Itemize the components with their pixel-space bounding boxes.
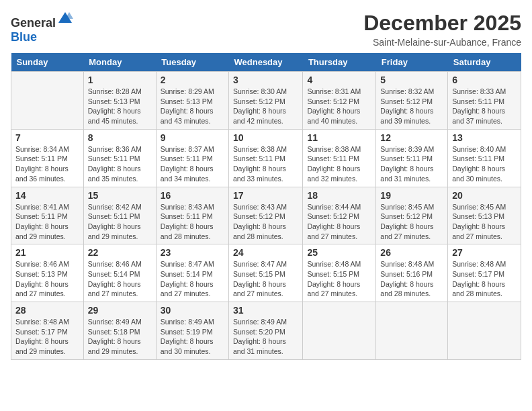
day-info: Sunrise: 8:28 AMSunset: 5:13 PMDaylight:… bbox=[88, 87, 152, 126]
calendar-week-row: 14 Sunrise: 8:41 AMSunset: 5:11 PMDaylig… bbox=[11, 187, 521, 244]
table-row: 2 Sunrise: 8:29 AMSunset: 5:13 PMDayligh… bbox=[156, 72, 228, 130]
table-row: 7 Sunrise: 8:34 AMSunset: 5:11 PMDayligh… bbox=[11, 129, 84, 187]
day-number: 5 bbox=[380, 75, 443, 85]
table-row: 30 Sunrise: 8:49 AMSunset: 5:19 PMDaylig… bbox=[156, 302, 228, 360]
col-thursday: Thursday bbox=[303, 53, 376, 72]
table-row: 19 Sunrise: 8:45 AMSunset: 5:12 PMDaylig… bbox=[376, 187, 448, 244]
table-row: 4 Sunrise: 8:31 AMSunset: 5:12 PMDayligh… bbox=[303, 72, 376, 130]
day-number: 8 bbox=[88, 132, 152, 143]
table-row: 20 Sunrise: 8:45 AMSunset: 5:13 PMDaylig… bbox=[448, 187, 521, 244]
table-row: 9 Sunrise: 8:37 AMSunset: 5:11 PMDayligh… bbox=[156, 129, 228, 187]
table-row: 10 Sunrise: 8:38 AMSunset: 5:11 PMDaylig… bbox=[229, 129, 303, 187]
col-sunday: Sunday bbox=[11, 53, 84, 72]
table-row: 29 Sunrise: 8:49 AMSunset: 5:18 PMDaylig… bbox=[83, 302, 156, 360]
day-number: 24 bbox=[233, 247, 298, 258]
calendar-header-row: Sunday Monday Tuesday Wednesday Thursday… bbox=[11, 53, 521, 72]
day-info: Sunrise: 8:47 AMSunset: 5:15 PMDaylight:… bbox=[233, 259, 298, 299]
table-row: 17 Sunrise: 8:43 AMSunset: 5:12 PMDaylig… bbox=[229, 187, 303, 244]
table-row bbox=[11, 72, 84, 130]
day-number: 17 bbox=[233, 190, 298, 201]
day-number: 26 bbox=[380, 247, 443, 258]
col-monday: Monday bbox=[83, 53, 156, 72]
table-row: 13 Sunrise: 8:40 AMSunset: 5:11 PMDaylig… bbox=[448, 129, 521, 187]
table-row bbox=[303, 302, 376, 360]
day-info: Sunrise: 8:49 AMSunset: 5:20 PMDaylight:… bbox=[233, 317, 298, 357]
table-row: 22 Sunrise: 8:46 AMSunset: 5:14 PMDaylig… bbox=[83, 244, 156, 302]
day-number: 30 bbox=[161, 305, 224, 316]
day-number: 20 bbox=[452, 190, 517, 201]
day-number: 16 bbox=[161, 190, 224, 201]
day-info: Sunrise: 8:37 AMSunset: 5:11 PMDaylight:… bbox=[161, 144, 224, 184]
day-number: 6 bbox=[452, 75, 517, 85]
page-header: General Blue December 2025 Saint-Melaine… bbox=[11, 11, 521, 48]
day-number: 4 bbox=[307, 75, 371, 85]
day-info: Sunrise: 8:48 AMSunset: 5:17 PMDaylight:… bbox=[15, 317, 79, 357]
col-saturday: Saturday bbox=[448, 53, 521, 72]
calendar-week-row: 21 Sunrise: 8:46 AMSunset: 5:13 PMDaylig… bbox=[11, 244, 521, 302]
title-section: December 2025 Saint-Melaine-sur-Aubance,… bbox=[363, 11, 521, 48]
table-row: 28 Sunrise: 8:48 AMSunset: 5:17 PMDaylig… bbox=[11, 302, 84, 360]
table-row: 3 Sunrise: 8:30 AMSunset: 5:12 PMDayligh… bbox=[229, 72, 303, 130]
col-wednesday: Wednesday bbox=[229, 53, 303, 72]
table-row: 11 Sunrise: 8:38 AMSunset: 5:11 PMDaylig… bbox=[303, 129, 376, 187]
table-row: 6 Sunrise: 8:33 AMSunset: 5:11 PMDayligh… bbox=[448, 72, 521, 130]
day-info: Sunrise: 8:34 AMSunset: 5:11 PMDaylight:… bbox=[15, 144, 79, 184]
day-number: 2 bbox=[161, 75, 224, 85]
day-number: 27 bbox=[452, 247, 517, 258]
table-row: 31 Sunrise: 8:49 AMSunset: 5:20 PMDaylig… bbox=[229, 302, 303, 360]
day-number: 28 bbox=[15, 305, 79, 316]
day-info: Sunrise: 8:36 AMSunset: 5:11 PMDaylight:… bbox=[88, 144, 152, 184]
table-row: 27 Sunrise: 8:48 AMSunset: 5:17 PMDaylig… bbox=[448, 244, 521, 302]
month-title: December 2025 bbox=[363, 11, 521, 36]
calendar-week-row: 7 Sunrise: 8:34 AMSunset: 5:11 PMDayligh… bbox=[11, 129, 521, 187]
logo-general: General bbox=[11, 16, 56, 30]
table-row: 25 Sunrise: 8:48 AMSunset: 5:15 PMDaylig… bbox=[303, 244, 376, 302]
day-info: Sunrise: 8:31 AMSunset: 5:12 PMDaylight:… bbox=[307, 87, 371, 126]
day-number: 22 bbox=[88, 247, 152, 258]
day-info: Sunrise: 8:43 AMSunset: 5:11 PMDaylight:… bbox=[161, 202, 224, 242]
calendar-week-row: 1 Sunrise: 8:28 AMSunset: 5:13 PMDayligh… bbox=[11, 72, 521, 130]
day-info: Sunrise: 8:48 AMSunset: 5:16 PMDaylight:… bbox=[380, 259, 443, 299]
day-number: 12 bbox=[380, 132, 443, 143]
table-row: 1 Sunrise: 8:28 AMSunset: 5:13 PMDayligh… bbox=[83, 72, 156, 130]
day-number: 18 bbox=[307, 190, 371, 201]
table-row: 12 Sunrise: 8:39 AMSunset: 5:11 PMDaylig… bbox=[376, 129, 448, 187]
day-info: Sunrise: 8:33 AMSunset: 5:11 PMDaylight:… bbox=[452, 87, 517, 126]
day-info: Sunrise: 8:48 AMSunset: 5:15 PMDaylight:… bbox=[307, 259, 371, 299]
day-number: 13 bbox=[452, 132, 517, 143]
day-number: 21 bbox=[15, 247, 79, 258]
table-row: 23 Sunrise: 8:47 AMSunset: 5:14 PMDaylig… bbox=[156, 244, 228, 302]
day-info: Sunrise: 8:48 AMSunset: 5:17 PMDaylight:… bbox=[452, 259, 517, 299]
table-row: 21 Sunrise: 8:46 AMSunset: 5:13 PMDaylig… bbox=[11, 244, 84, 302]
day-number: 29 bbox=[88, 305, 152, 316]
day-info: Sunrise: 8:43 AMSunset: 5:12 PMDaylight:… bbox=[233, 202, 298, 242]
table-row: 26 Sunrise: 8:48 AMSunset: 5:16 PMDaylig… bbox=[376, 244, 448, 302]
day-number: 23 bbox=[161, 247, 224, 258]
calendar-week-row: 28 Sunrise: 8:48 AMSunset: 5:17 PMDaylig… bbox=[11, 302, 521, 360]
col-tuesday: Tuesday bbox=[156, 53, 228, 72]
table-row: 14 Sunrise: 8:41 AMSunset: 5:11 PMDaylig… bbox=[11, 187, 84, 244]
table-row: 5 Sunrise: 8:32 AMSunset: 5:12 PMDayligh… bbox=[376, 72, 448, 130]
table-row bbox=[448, 302, 521, 360]
day-info: Sunrise: 8:30 AMSunset: 5:12 PMDaylight:… bbox=[233, 87, 298, 126]
day-info: Sunrise: 8:47 AMSunset: 5:14 PMDaylight:… bbox=[161, 259, 224, 299]
day-number: 14 bbox=[15, 190, 79, 201]
day-number: 31 bbox=[233, 305, 298, 316]
day-info: Sunrise: 8:49 AMSunset: 5:19 PMDaylight:… bbox=[161, 317, 224, 357]
day-number: 9 bbox=[161, 132, 224, 143]
day-number: 10 bbox=[233, 132, 298, 143]
table-row: 16 Sunrise: 8:43 AMSunset: 5:11 PMDaylig… bbox=[156, 187, 228, 244]
day-info: Sunrise: 8:44 AMSunset: 5:12 PMDaylight:… bbox=[307, 202, 371, 242]
day-number: 7 bbox=[15, 132, 79, 143]
table-row: 24 Sunrise: 8:47 AMSunset: 5:15 PMDaylig… bbox=[229, 244, 303, 302]
calendar-table: Sunday Monday Tuesday Wednesday Thursday… bbox=[11, 53, 521, 360]
day-info: Sunrise: 8:38 AMSunset: 5:11 PMDaylight:… bbox=[233, 144, 298, 184]
col-friday: Friday bbox=[376, 53, 448, 72]
day-info: Sunrise: 8:41 AMSunset: 5:11 PMDaylight:… bbox=[15, 202, 79, 242]
table-row: 18 Sunrise: 8:44 AMSunset: 5:12 PMDaylig… bbox=[303, 187, 376, 244]
day-info: Sunrise: 8:40 AMSunset: 5:11 PMDaylight:… bbox=[452, 144, 517, 184]
day-info: Sunrise: 8:32 AMSunset: 5:12 PMDaylight:… bbox=[380, 87, 443, 126]
day-number: 11 bbox=[307, 132, 371, 143]
day-info: Sunrise: 8:39 AMSunset: 5:11 PMDaylight:… bbox=[380, 144, 443, 184]
day-info: Sunrise: 8:45 AMSunset: 5:12 PMDaylight:… bbox=[380, 202, 443, 242]
